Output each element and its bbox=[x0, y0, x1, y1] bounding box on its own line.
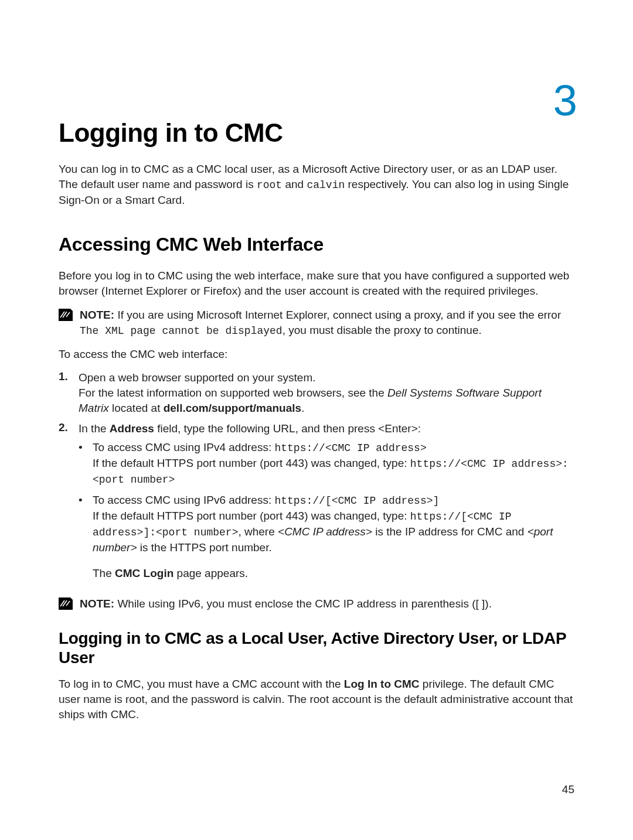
step-1: 1. Open a web browser supported on your … bbox=[59, 370, 574, 416]
code-error: The XML page cannot be displayed bbox=[80, 325, 283, 337]
note-text: NOTE: If you are using Microsoft Interne… bbox=[80, 308, 574, 339]
access-lead: To access the CMC web interface: bbox=[59, 347, 574, 362]
svg-marker-0 bbox=[59, 309, 73, 321]
note-icon bbox=[59, 309, 73, 321]
note-text: NOTE: While using IPv6, you must enclose… bbox=[80, 596, 492, 612]
intro-paragraph: You can log in to CMC as a CMC local use… bbox=[59, 162, 574, 208]
login-page-appears: The CMC Login page appears. bbox=[93, 566, 574, 581]
bullet-ipv4: • To access CMC using IPv4 address: http… bbox=[79, 440, 574, 487]
svg-marker-1 bbox=[59, 597, 73, 610]
note-block: NOTE: If you are using Microsoft Interne… bbox=[59, 308, 574, 339]
step-list: 1. Open a web browser supported on your … bbox=[59, 370, 574, 587]
chapter-number: 3 bbox=[553, 79, 577, 122]
note-icon bbox=[59, 597, 73, 610]
heading-1: Logging in to CMC bbox=[59, 118, 574, 148]
code-password: calvin bbox=[307, 179, 345, 191]
step-marker: 2. bbox=[59, 421, 70, 588]
heading-2-accessing: Accessing CMC Web Interface bbox=[59, 234, 574, 255]
local-user-paragraph: To log in to CMC, you must have a CMC ac… bbox=[59, 677, 574, 723]
code-username: root bbox=[257, 179, 282, 191]
code-url-ipv4: https://<CMC IP address> bbox=[274, 442, 426, 454]
code-url-ipv6: https://[<CMC IP address>] bbox=[274, 495, 439, 507]
step-1-line-1: Open a web browser supported on your sys… bbox=[79, 370, 574, 385]
bullet-list: • To access CMC using IPv4 address: http… bbox=[79, 440, 574, 581]
step-marker: 1. bbox=[59, 370, 70, 416]
step-2: 2. In the Address field, type the follow… bbox=[59, 421, 574, 588]
bullet-ipv6: • To access CMC using IPv6 address: http… bbox=[79, 493, 574, 581]
note-block: NOTE: While using IPv6, you must enclose… bbox=[59, 596, 574, 612]
access-intro-paragraph: Before you log in to CMC using the web i… bbox=[59, 268, 574, 299]
step-1-line-2: For the latest information on supported … bbox=[79, 385, 574, 416]
page: 3 Logging in to CMC You can log in to CM… bbox=[0, 0, 633, 840]
page-number: 45 bbox=[562, 783, 574, 796]
heading-3-local-user: Logging in to CMC as a Local User, Activ… bbox=[59, 629, 574, 667]
step-2-line-1: In the Address field, type the following… bbox=[79, 421, 574, 436]
